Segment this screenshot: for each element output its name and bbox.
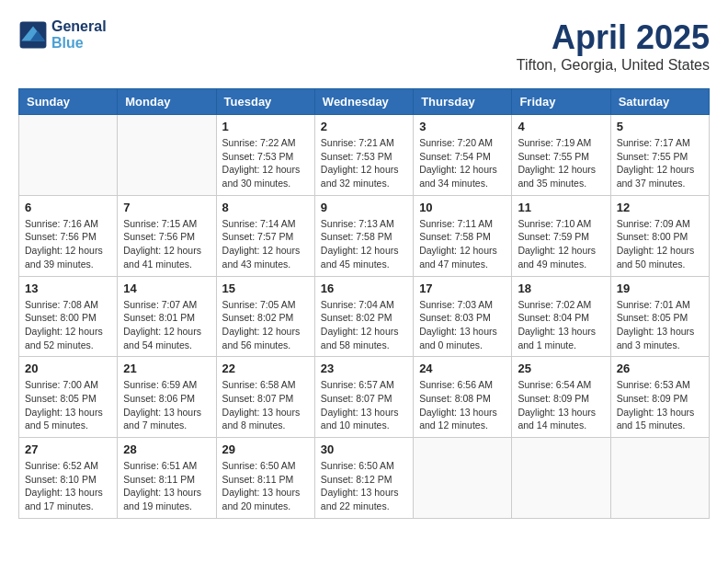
calendar-cell: 17Sunrise: 7:03 AM Sunset: 8:03 PM Dayli… — [414, 276, 512, 357]
day-number: 7 — [123, 201, 210, 214]
cell-info: Sunrise: 7:01 AM Sunset: 8:05 PM Dayligh… — [617, 298, 703, 352]
cell-info: Sunrise: 7:15 AM Sunset: 7:56 PM Dayligh… — [123, 217, 210, 271]
cell-info: Sunrise: 6:58 AM Sunset: 8:07 PM Dayligh… — [222, 378, 309, 432]
calendar-cell: 27Sunrise: 6:52 AM Sunset: 8:10 PM Dayli… — [19, 438, 118, 519]
weekday-header-thursday: Thursday — [414, 89, 512, 115]
calendar-cell: 15Sunrise: 7:05 AM Sunset: 8:02 PM Dayli… — [216, 276, 314, 357]
cell-info: Sunrise: 6:53 AM Sunset: 8:09 PM Dayligh… — [617, 378, 703, 432]
calendar-cell: 14Sunrise: 7:07 AM Sunset: 8:01 PM Dayli… — [118, 276, 216, 357]
day-number: 28 — [123, 442, 210, 456]
calendar-cell: 24Sunrise: 6:56 AM Sunset: 8:08 PM Dayli… — [414, 357, 512, 438]
logo-text: General Blue — [51, 18, 107, 52]
cell-info: Sunrise: 7:04 AM Sunset: 8:02 PM Dayligh… — [321, 298, 407, 352]
weekday-header-monday: Monday — [118, 89, 216, 115]
calendar-cell — [118, 115, 216, 196]
cell-info: Sunrise: 6:54 AM Sunset: 8:09 PM Dayligh… — [518, 378, 604, 432]
calendar-cell: 6Sunrise: 7:16 AM Sunset: 7:56 PM Daylig… — [19, 195, 118, 276]
cell-info: Sunrise: 7:05 AM Sunset: 8:02 PM Dayligh… — [222, 298, 309, 352]
day-number: 2 — [321, 120, 407, 133]
cell-info: Sunrise: 7:14 AM Sunset: 7:57 PM Dayligh… — [222, 217, 309, 271]
day-number: 26 — [617, 362, 703, 375]
weekday-header-tuesday: Tuesday — [216, 89, 314, 115]
logo-icon — [18, 20, 48, 50]
cell-info: Sunrise: 6:57 AM Sunset: 8:07 PM Dayligh… — [321, 378, 407, 432]
day-number: 21 — [123, 362, 210, 375]
cell-info: Sunrise: 7:00 AM Sunset: 8:05 PM Dayligh… — [25, 378, 111, 432]
day-number: 13 — [25, 282, 111, 295]
calendar-cell: 21Sunrise: 6:59 AM Sunset: 8:06 PM Dayli… — [118, 357, 216, 438]
calendar-cell: 20Sunrise: 7:00 AM Sunset: 8:05 PM Dayli… — [19, 357, 118, 438]
calendar-title: April 2025 Tifton, Georgia, United State… — [517, 18, 710, 74]
day-number: 22 — [222, 362, 309, 375]
cell-info: Sunrise: 6:59 AM Sunset: 8:06 PM Dayligh… — [123, 378, 210, 432]
calendar-cell: 30Sunrise: 6:50 AM Sunset: 8:12 PM Dayli… — [314, 438, 413, 519]
page-header: General Blue April 2025 Tifton, Georgia,… — [18, 18, 710, 74]
cell-info: Sunrise: 6:56 AM Sunset: 8:08 PM Dayligh… — [419, 378, 506, 432]
cell-info: Sunrise: 7:07 AM Sunset: 8:01 PM Dayligh… — [123, 298, 210, 352]
cell-info: Sunrise: 7:09 AM Sunset: 8:00 PM Dayligh… — [617, 217, 703, 271]
calendar-cell: 3Sunrise: 7:20 AM Sunset: 7:54 PM Daylig… — [414, 115, 512, 196]
day-number: 25 — [518, 362, 604, 375]
calendar-cell: 11Sunrise: 7:10 AM Sunset: 7:59 PM Dayli… — [512, 195, 610, 276]
day-number: 30 — [321, 442, 407, 456]
calendar-cell: 2Sunrise: 7:21 AM Sunset: 7:53 PM Daylig… — [314, 115, 413, 196]
calendar-week-4: 20Sunrise: 7:00 AM Sunset: 8:05 PM Dayli… — [19, 357, 710, 438]
cell-info: Sunrise: 7:17 AM Sunset: 7:55 PM Dayligh… — [617, 136, 703, 190]
cell-info: Sunrise: 7:02 AM Sunset: 8:04 PM Dayligh… — [518, 298, 604, 352]
day-number: 15 — [222, 282, 309, 295]
day-number: 10 — [419, 201, 506, 214]
calendar-cell: 7Sunrise: 7:15 AM Sunset: 7:56 PM Daylig… — [118, 195, 216, 276]
cell-info: Sunrise: 7:03 AM Sunset: 8:03 PM Dayligh… — [419, 298, 506, 352]
day-number: 9 — [321, 201, 407, 214]
day-number: 4 — [518, 120, 604, 133]
day-number: 5 — [617, 120, 703, 133]
calendar-cell: 16Sunrise: 7:04 AM Sunset: 8:02 PM Dayli… — [314, 276, 413, 357]
cell-info: Sunrise: 7:08 AM Sunset: 8:00 PM Dayligh… — [25, 298, 111, 352]
day-number: 20 — [25, 362, 111, 375]
calendar-cell: 22Sunrise: 6:58 AM Sunset: 8:07 PM Dayli… — [216, 357, 314, 438]
day-number: 1 — [222, 120, 309, 133]
cell-info: Sunrise: 7:21 AM Sunset: 7:53 PM Dayligh… — [321, 136, 407, 190]
day-number: 19 — [617, 282, 703, 295]
day-number: 3 — [419, 120, 506, 133]
day-number: 8 — [222, 201, 309, 214]
calendar-week-5: 27Sunrise: 6:52 AM Sunset: 8:10 PM Dayli… — [19, 438, 710, 519]
calendar-cell: 8Sunrise: 7:14 AM Sunset: 7:57 PM Daylig… — [216, 195, 314, 276]
weekday-header-wednesday: Wednesday — [314, 89, 413, 115]
cell-info: Sunrise: 7:20 AM Sunset: 7:54 PM Dayligh… — [419, 136, 506, 190]
day-number: 12 — [617, 201, 703, 214]
calendar-cell — [610, 438, 709, 519]
cell-info: Sunrise: 6:50 AM Sunset: 8:11 PM Dayligh… — [222, 459, 309, 513]
calendar-cell: 10Sunrise: 7:11 AM Sunset: 7:58 PM Dayli… — [414, 195, 512, 276]
calendar-week-2: 6Sunrise: 7:16 AM Sunset: 7:56 PM Daylig… — [19, 195, 710, 276]
logo: General Blue — [18, 18, 107, 52]
day-number: 16 — [321, 282, 407, 295]
calendar-cell: 23Sunrise: 6:57 AM Sunset: 8:07 PM Dayli… — [314, 357, 413, 438]
cell-info: Sunrise: 7:19 AM Sunset: 7:55 PM Dayligh… — [518, 136, 604, 190]
day-number: 6 — [25, 201, 111, 214]
calendar-cell: 12Sunrise: 7:09 AM Sunset: 8:00 PM Dayli… — [610, 195, 709, 276]
calendar-cell: 4Sunrise: 7:19 AM Sunset: 7:55 PM Daylig… — [512, 115, 610, 196]
calendar-cell: 29Sunrise: 6:50 AM Sunset: 8:11 PM Dayli… — [216, 438, 314, 519]
calendar-cell: 9Sunrise: 7:13 AM Sunset: 7:58 PM Daylig… — [314, 195, 413, 276]
calendar-cell: 25Sunrise: 6:54 AM Sunset: 8:09 PM Dayli… — [512, 357, 610, 438]
weekday-header-friday: Friday — [512, 89, 610, 115]
calendar-cell — [512, 438, 610, 519]
cell-info: Sunrise: 6:52 AM Sunset: 8:10 PM Dayligh… — [25, 459, 111, 513]
calendar-cell: 13Sunrise: 7:08 AM Sunset: 8:00 PM Dayli… — [19, 276, 118, 357]
day-number: 24 — [419, 362, 506, 375]
cell-info: Sunrise: 6:50 AM Sunset: 8:12 PM Dayligh… — [321, 459, 407, 513]
calendar-cell: 26Sunrise: 6:53 AM Sunset: 8:09 PM Dayli… — [610, 357, 709, 438]
calendar-week-1: 1Sunrise: 7:22 AM Sunset: 7:53 PM Daylig… — [19, 115, 710, 196]
calendar-cell: 5Sunrise: 7:17 AM Sunset: 7:55 PM Daylig… — [610, 115, 709, 196]
day-number: 17 — [419, 282, 506, 295]
location: Tifton, Georgia, United States — [517, 57, 710, 74]
month-year: April 2025 — [517, 18, 710, 57]
weekday-header-saturday: Saturday — [610, 89, 709, 115]
calendar-cell: 19Sunrise: 7:01 AM Sunset: 8:05 PM Dayli… — [610, 276, 709, 357]
cell-info: Sunrise: 7:10 AM Sunset: 7:59 PM Dayligh… — [518, 217, 604, 271]
calendar-cell: 18Sunrise: 7:02 AM Sunset: 8:04 PM Dayli… — [512, 276, 610, 357]
day-number: 23 — [321, 362, 407, 375]
calendar-cell: 28Sunrise: 6:51 AM Sunset: 8:11 PM Dayli… — [118, 438, 216, 519]
cell-info: Sunrise: 7:22 AM Sunset: 7:53 PM Dayligh… — [222, 136, 309, 190]
